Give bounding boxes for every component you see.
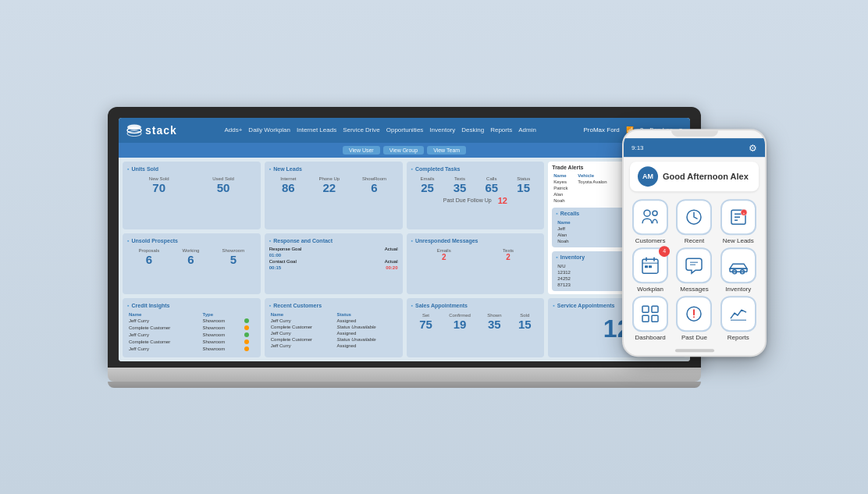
phone-icon-recent[interactable]: Recent (674, 199, 714, 244)
nav-opportunities[interactable]: Opportunities (386, 126, 424, 133)
phone-icon-reports[interactable]: Reports (718, 296, 759, 341)
phone-icon-inventory[interactable]: Inventory (718, 247, 759, 293)
customers-svg-icon (639, 206, 661, 228)
past-due-icon-circle (676, 296, 712, 332)
workplan-label: Workplan (637, 286, 663, 293)
recent-row-3: Complete Customer Status Unavailable (269, 336, 398, 343)
units-sold-title: Units Sold (127, 166, 256, 172)
credit-dot-1 (243, 325, 255, 332)
sold-value: 15 (518, 318, 532, 331)
working-value: 6 (182, 253, 199, 266)
trade-vehicle-1 (576, 185, 621, 191)
laptop-screen-outer: stack Adds+ Daily Workplan Internet Lead… (108, 107, 701, 368)
recent-row-2: Jeff Curry Assigned (269, 330, 398, 336)
credit-name-2: Jeff Curry (127, 332, 201, 339)
nav-adds[interactable]: Adds+ (224, 126, 242, 133)
past-due-row: Past Due Follow Up 12 (411, 196, 540, 205)
phone-icon-dashboard[interactable]: Dashboard (630, 296, 671, 341)
recent-customers-table: Name Status Jeff Curry Assigned (269, 311, 398, 349)
phone-icon-workplan[interactable]: 4 Workplan (630, 247, 671, 293)
svg-rect-26 (652, 315, 658, 322)
trade-vehicle-3 (576, 197, 621, 204)
gear-icon[interactable]: ⚙ (749, 143, 757, 154)
recent-status-0: Assigned (336, 318, 398, 324)
proposals-col: Proposals 6 (139, 248, 160, 266)
contact-actual-val: 00:20 (334, 265, 397, 270)
recent-svg-icon (683, 206, 705, 228)
promax-ford-label: ProMax Ford (584, 126, 620, 133)
reports-svg-icon (727, 303, 749, 325)
view-user-button[interactable]: View User (343, 146, 380, 155)
units-sold-numbers: New Sold 70 Used Sold 50 (127, 176, 256, 194)
svg-point-3 (644, 210, 650, 216)
nav-admin[interactable]: Admin (518, 126, 536, 133)
recent-status-3: Status Unavailable (336, 336, 398, 343)
unresponded-emails-value: 2 (437, 253, 451, 261)
recent-customers-title: Recent Customers (269, 303, 398, 308)
logo-text: stack (145, 124, 177, 137)
credit-row-4: Jeff Curry Showroom (127, 346, 256, 353)
nav-inventory[interactable]: Inventory (429, 126, 455, 133)
phone-icons-grid: Customers Recent (624, 196, 765, 344)
recent-name-1: Complete Customer (269, 324, 336, 330)
phone: 9:13 ⚙ AM Good Afternoon Alex Customers (622, 129, 767, 357)
credit-row-0: Jeff Curry Showroom (127, 318, 256, 325)
trade-vehicle-2 (576, 191, 621, 197)
nav-servicedrive[interactable]: Service Drive (343, 126, 380, 133)
nav-reports[interactable]: Reports (490, 126, 512, 133)
unsold-numbers: Proposals 6 Working 6 Showroom 5 (127, 248, 256, 266)
customers-label: Customers (635, 237, 666, 244)
laptop-base-bottom (108, 382, 701, 388)
credit-insights-title: Credit Insights (127, 303, 256, 308)
view-bar: View User View Group View Team (119, 143, 690, 158)
nav-internetleads[interactable]: Internet Leads (297, 126, 336, 133)
used-sold-value: 50 (212, 181, 234, 194)
dashboard-svg-icon (639, 303, 661, 325)
trade-name-0: Keyes (552, 179, 576, 185)
unresponded-texts-value: 2 (503, 253, 514, 261)
shown-value: 35 (487, 318, 501, 331)
recent-label: Recent (685, 237, 704, 244)
sold-col: Sold 15 (518, 313, 532, 331)
unsold-title: Unsold Prospects (127, 238, 256, 243)
confirmed-value: 19 (449, 318, 471, 331)
phone-home-bar[interactable] (675, 349, 714, 352)
trade-name-1: Patrick (552, 185, 576, 191)
view-group-button[interactable]: View Group (383, 146, 424, 155)
credit-name-1: Complete Customer (127, 325, 201, 332)
response-grid: Response Goal Actual 01:00 Contact Goal … (269, 247, 398, 270)
recent-status-1: Status Unavailable (336, 324, 398, 330)
credit-name-4: Jeff Curry (127, 346, 201, 353)
credit-dot-header (243, 311, 255, 318)
nav-workplan[interactable]: Daily Workplan (248, 126, 290, 133)
recent-row-4: Jeff Curry Assigned (269, 343, 398, 349)
sales-appt-title: Sales Appointments (411, 303, 540, 308)
svg-rect-24 (652, 306, 658, 312)
laptop: stack Adds+ Daily Workplan Internet Lead… (108, 107, 701, 388)
credit-name-header: Name (127, 311, 201, 318)
view-team-button[interactable]: View Team (427, 146, 466, 155)
new-sold-col: New Sold 70 (149, 176, 169, 194)
completed-tasks-title: Completed Tasks (411, 166, 540, 172)
past-due-value: 12 (498, 196, 507, 205)
nav-desking[interactable]: Desking (461, 126, 484, 133)
credit-type-4: Showroom (201, 346, 243, 353)
credit-type-0: Showroom (201, 318, 243, 325)
new-leads-svg-icon: + (727, 206, 749, 228)
phone-icon-new-leads[interactable]: + New Leads (718, 199, 759, 244)
calls-col: Calls 65 (485, 176, 498, 194)
phone-icon-customers[interactable]: Customers (630, 199, 671, 244)
phone-icon-past-due[interactable]: Past Due (674, 296, 714, 341)
messages-svg-icon (683, 254, 705, 276)
recent-row-0: Jeff Curry Assigned (269, 318, 398, 324)
svg-rect-17 (649, 265, 652, 268)
svg-point-29 (693, 316, 695, 318)
response-actual-val (334, 253, 397, 258)
laptop-screen: stack Adds+ Daily Workplan Internet Lead… (119, 118, 690, 361)
recent-name-header: Name (269, 311, 336, 318)
used-sold-col: Used Sold 50 (212, 176, 234, 194)
credit-name-3: Complete Customer (127, 339, 201, 346)
confirmed-col: Confirmed 19 (449, 313, 471, 331)
phone-icon-messages[interactable]: Messages (674, 247, 714, 293)
trade-name-2: Alan (552, 191, 576, 197)
